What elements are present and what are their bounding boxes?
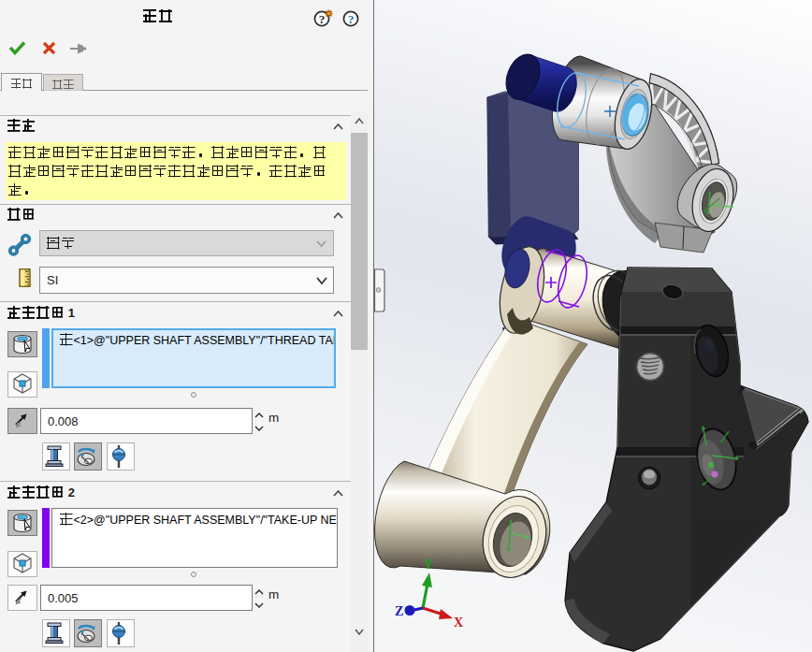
- svg-text:X: X: [454, 616, 463, 630]
- svg-text:Y: Y: [424, 558, 433, 572]
- svg-text:?: ?: [348, 12, 355, 26]
- svg-text:Z: Z: [395, 604, 403, 618]
- svg-text:?: ?: [319, 12, 326, 26]
